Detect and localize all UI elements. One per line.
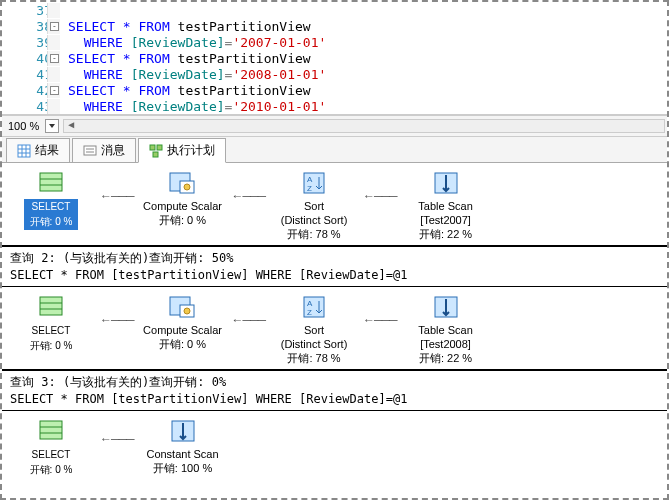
select-icon bbox=[34, 293, 68, 321]
plan-arrow: ←─── bbox=[228, 313, 270, 327]
message-icon bbox=[83, 144, 97, 158]
node-subtitle: (Distinct Sort) bbox=[273, 337, 355, 351]
horizontal-scrollbar[interactable] bbox=[63, 119, 665, 133]
result-tabs: 结果 消息 执行计划 bbox=[2, 137, 667, 163]
line-number: 43 bbox=[2, 99, 60, 114]
sql-editor[interactable]: 37 38- SELECT * FROM testPartitionView 3… bbox=[2, 2, 667, 115]
plan-arrow: ←─── bbox=[359, 189, 401, 203]
node-title: Constant Scan bbox=[142, 447, 224, 461]
node-cost: 开销: 100 % bbox=[142, 461, 224, 475]
code-line: 38- SELECT * FROM testPartitionView bbox=[2, 18, 667, 34]
line-number: 39 bbox=[2, 35, 60, 50]
svg-rect-11 bbox=[40, 173, 62, 191]
plan-arrow: ←─── bbox=[359, 313, 401, 327]
node-cost: 开销: 0 % bbox=[24, 215, 78, 230]
sort-icon: AZ bbox=[297, 293, 331, 321]
node-subtitle: [Test2007] bbox=[405, 213, 487, 227]
node-subtitle: [Test2008] bbox=[405, 337, 487, 351]
table-scan-icon bbox=[429, 169, 463, 197]
tab-label: 执行计划 bbox=[167, 142, 215, 159]
sort-icon: AZ bbox=[297, 169, 331, 197]
node-title: SELECT bbox=[24, 323, 78, 339]
node-cost: 开销: 78 % bbox=[273, 227, 355, 241]
svg-point-26 bbox=[184, 308, 190, 314]
svg-point-16 bbox=[184, 184, 190, 190]
svg-text:A: A bbox=[307, 175, 313, 184]
node-title: Sort bbox=[273, 323, 355, 337]
zoom-value: 100 % bbox=[2, 120, 45, 132]
select-icon bbox=[34, 417, 68, 445]
fold-toggle-icon[interactable]: - bbox=[50, 54, 59, 63]
plan-icon bbox=[149, 144, 163, 158]
svg-text:Z: Z bbox=[307, 184, 312, 193]
node-title: Sort bbox=[273, 199, 355, 213]
plan-node-table-scan[interactable]: Table Scan [Test2008] 开销: 22 % bbox=[405, 293, 487, 365]
plan-node-sort[interactable]: AZ Sort (Distinct Sort) 开销: 78 % bbox=[273, 293, 355, 365]
plan-arrow: ←─── bbox=[228, 189, 270, 203]
plan-row: SELECT 开销: 0 % ←─── Constant Scan 开销: 10… bbox=[2, 411, 667, 482]
node-cost: 开销: 0 % bbox=[24, 463, 78, 478]
svg-rect-21 bbox=[40, 297, 62, 315]
node-cost: 开销: 78 % bbox=[273, 351, 355, 365]
fold-toggle-icon[interactable]: - bbox=[50, 86, 59, 95]
compute-scalar-icon bbox=[166, 169, 200, 197]
line-number: 38- bbox=[2, 19, 60, 34]
node-title: SELECT bbox=[24, 447, 78, 463]
node-subtitle: (Distinct Sort) bbox=[273, 213, 355, 227]
zoom-dropdown[interactable] bbox=[45, 119, 59, 133]
execution-plan-panel[interactable]: SELECT 开销: 0 % ←─── Compute Scalar 开销: 0… bbox=[2, 163, 667, 482]
svg-rect-31 bbox=[40, 421, 62, 439]
compute-scalar-icon bbox=[166, 293, 200, 321]
node-cost: 开销: 22 % bbox=[405, 351, 487, 365]
svg-rect-8 bbox=[150, 145, 155, 150]
fold-toggle-icon[interactable]: - bbox=[50, 22, 59, 31]
code-line: 40- SELECT * FROM testPartitionView bbox=[2, 50, 667, 66]
grid-icon bbox=[17, 144, 31, 158]
query-sql: SELECT * FROM [testPartitionView] WHERE … bbox=[2, 392, 667, 411]
svg-text:Z: Z bbox=[307, 308, 312, 317]
plan-node-sort[interactable]: AZ Sort (Distinct Sort) 开销: 78 % bbox=[273, 169, 355, 241]
constant-scan-icon bbox=[166, 417, 200, 445]
tab-label: 消息 bbox=[101, 142, 125, 159]
plan-row: SELECT 开销: 0 % ←─── Compute Scalar 开销: 0… bbox=[2, 287, 667, 370]
table-scan-icon bbox=[429, 293, 463, 321]
code-line: 37 bbox=[2, 2, 667, 18]
line-number: 40- bbox=[2, 51, 60, 66]
node-title: Compute Scalar bbox=[142, 199, 224, 213]
svg-rect-0 bbox=[18, 145, 30, 157]
plan-node-select[interactable]: SELECT 开销: 0 % bbox=[10, 169, 92, 230]
node-cost: 开销: 0 % bbox=[24, 339, 78, 354]
code-line: 42- SELECT * FROM testPartitionView bbox=[2, 82, 667, 98]
plan-node-select[interactable]: SELECT 开销: 0 % bbox=[10, 417, 92, 478]
plan-node-constant-scan[interactable]: Constant Scan 开销: 100 % bbox=[142, 417, 224, 475]
node-title: Table Scan bbox=[405, 323, 487, 337]
svg-rect-5 bbox=[84, 146, 96, 155]
query-sql: SELECT * FROM [testPartitionView] WHERE … bbox=[2, 268, 667, 287]
line-number: 37 bbox=[2, 3, 60, 18]
plan-arrow: ←─── bbox=[96, 189, 138, 203]
select-icon bbox=[34, 169, 68, 197]
node-cost: 开销: 0 % bbox=[142, 213, 224, 227]
svg-text:A: A bbox=[307, 299, 313, 308]
tab-messages[interactable]: 消息 bbox=[72, 138, 136, 162]
line-number: 42- bbox=[2, 83, 60, 98]
tab-label: 结果 bbox=[35, 142, 59, 159]
tab-execution-plan[interactable]: 执行计划 bbox=[138, 138, 226, 163]
node-cost: 开销: 22 % bbox=[405, 227, 487, 241]
plan-node-select[interactable]: SELECT 开销: 0 % bbox=[10, 293, 92, 354]
plan-node-compute-scalar[interactable]: Compute Scalar 开销: 0 % bbox=[142, 169, 224, 227]
svg-rect-10 bbox=[153, 152, 158, 157]
plan-node-table-scan[interactable]: Table Scan [Test2007] 开销: 22 % bbox=[405, 169, 487, 241]
code-line: 41 WHERE [ReviewDate]='2008-01-01' bbox=[2, 66, 667, 82]
node-title: Table Scan bbox=[405, 199, 487, 213]
svg-rect-9 bbox=[157, 145, 162, 150]
plan-arrow: ←─── bbox=[96, 432, 138, 446]
plan-arrow: ←─── bbox=[96, 313, 138, 327]
tab-results[interactable]: 结果 bbox=[6, 138, 70, 162]
node-cost: 开销: 0 % bbox=[142, 337, 224, 351]
zoom-bar: 100 % bbox=[2, 115, 667, 137]
node-title: Compute Scalar bbox=[142, 323, 224, 337]
query-header: 查询 2: (与该批有关的)查询开销: 50% bbox=[2, 246, 667, 268]
plan-node-compute-scalar[interactable]: Compute Scalar 开销: 0 % bbox=[142, 293, 224, 351]
query-header: 查询 3: (与该批有关的)查询开销: 0% bbox=[2, 370, 667, 392]
